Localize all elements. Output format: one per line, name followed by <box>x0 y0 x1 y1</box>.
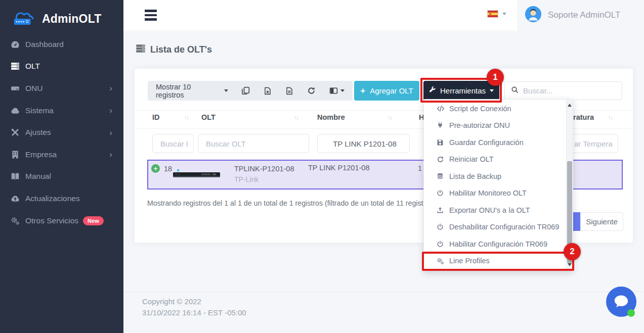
olt-device-image <box>172 168 223 182</box>
menu-item-guardar-configuracion[interactable]: Guardar Configuración <box>424 134 566 151</box>
plug-icon <box>437 121 445 129</box>
menu-item-habilitar-monitoreo-olt[interactable]: Habilitar Monitoreo OLT <box>424 185 566 202</box>
sidebar-item-label: Actualizaciones <box>25 194 80 203</box>
caret-down-icon <box>502 13 506 15</box>
chevron-right-icon: › <box>109 84 112 92</box>
language-selector[interactable] <box>487 10 506 18</box>
sidebar-item-onu[interactable]: ONU › <box>0 77 123 100</box>
add-olt-button[interactable]: + Agregar OLT <box>354 81 419 101</box>
filter-id-input[interactable] <box>152 134 194 153</box>
menu-item-exportar-onus-a-la-olt[interactable]: Exportar ONU's a la OLT <box>424 202 566 219</box>
building-icon <box>11 150 20 159</box>
sidebar-item-olt[interactable]: OLT <box>0 56 123 78</box>
menu-item-label: Deshabilitar Configuración TR069 <box>449 223 559 231</box>
column-label: ID <box>152 113 160 121</box>
new-badge: New <box>83 216 104 225</box>
sidebar-item-ajustes[interactable]: Ajustes › <box>0 121 123 144</box>
expand-row-icon[interactable] <box>151 164 160 173</box>
menu-item-deshabilitar-configuracion-tr069[interactable]: Deshabilitar Configuración TR069 <box>424 219 566 236</box>
footer-copyright: Copyright © 2022 <box>142 297 201 306</box>
column-label: Nombre <box>317 113 345 121</box>
sidebar-item-label: Dashboard <box>25 40 64 49</box>
caret-down-icon <box>490 89 494 92</box>
server-icon <box>11 62 20 71</box>
caret-down-icon <box>340 89 345 92</box>
power-icon <box>437 189 445 197</box>
sort-icon <box>388 114 392 120</box>
scroll-down-icon[interactable] <box>568 263 572 266</box>
sidebar-item-otros-servicios[interactable]: Otros Servicios New <box>0 210 123 232</box>
sidebar-item-sistema[interactable]: Sistema › <box>0 100 123 122</box>
sidebar-item-label: ONU <box>25 84 42 93</box>
sidebar-item-label: Empresa <box>25 150 57 159</box>
gears-icon <box>437 257 445 265</box>
column-header-nombre[interactable]: Nombre <box>317 113 392 121</box>
sort-icon <box>608 114 613 120</box>
filter-olt-input[interactable] <box>198 134 309 153</box>
tools-dropdown-menu: Script de Conexión Pre-autorizar ONU Gua… <box>423 99 573 271</box>
filter-nombre-input[interactable] <box>317 134 410 153</box>
excel-export-button[interactable] <box>264 87 272 95</box>
tools-dropdown-button[interactable]: Herramientas <box>423 81 499 101</box>
refresh-button[interactable] <box>307 86 316 95</box>
column-header-id[interactable]: ID <box>152 113 189 121</box>
menu-item-line-profiles[interactable]: Line Profiles <box>424 253 566 270</box>
sidebar-item-dashboard[interactable]: Dashboard <box>0 33 123 56</box>
menu-item-script-de-conexion[interactable]: Script de Conexión <box>424 100 566 117</box>
tools-icon <box>11 128 20 137</box>
code-icon <box>437 105 445 113</box>
column-header-temperatura[interactable]: ratura <box>573 113 613 121</box>
menu-item-label: Exportar ONU's a la OLT <box>449 206 530 214</box>
pagination-next-button[interactable]: Siguiente <box>580 212 623 231</box>
menu-item-label: Lista de Backup <box>449 172 501 180</box>
user-name: Soporte AdminOLT <box>548 10 620 20</box>
file-export-button[interactable] <box>285 87 293 95</box>
menu-item-label: Habilitar Configuración TR069 <box>449 240 547 248</box>
sort-icon <box>184 114 189 120</box>
save-icon <box>437 138 445 147</box>
caret-down-icon <box>224 89 228 92</box>
user-menu[interactable]: Soporte AdminOLT <box>517 0 644 30</box>
sidebar-nav: Dashboard OLT ONU › Sistema › Ajustes › <box>0 33 123 231</box>
device-icon <box>11 84 20 92</box>
page-title-text: Lista de OLT's <box>150 44 212 55</box>
column-visibility-button[interactable] <box>329 86 345 95</box>
spain-flag-icon <box>487 10 498 18</box>
annotation-badge-step1: 1 <box>487 69 504 86</box>
chevron-right-icon: › <box>109 106 112 115</box>
show-entries-select[interactable]: Mostrar 10 registros <box>156 83 228 99</box>
sidebar-item-label: Ajustes <box>25 128 51 137</box>
menu-item-pre-autorizar-onu[interactable]: Pre-autorizar ONU <box>424 117 566 134</box>
menu-item-label: Script de Conexión <box>449 105 511 113</box>
menu-item-habilitar-configuracion-tr069[interactable]: Habilitar Configuración TR069 <box>424 235 566 253</box>
footer-datetime: 31/10/2022 16:14 - EST -05:00 <box>142 308 246 317</box>
sort-icon <box>294 114 298 120</box>
brand-logo[interactable]: AdminOLT <box>0 0 123 31</box>
sidebar-item-empresa[interactable]: Empresa › <box>0 144 123 166</box>
sidebar-item-actualizaciones[interactable]: Actualizaciones <box>0 187 123 210</box>
search-input[interactable] <box>523 86 609 95</box>
server-icon <box>136 43 146 56</box>
scroll-up-icon[interactable] <box>568 104 572 107</box>
gears-icon <box>11 216 20 225</box>
plus-icon: + <box>360 86 365 95</box>
sidebar-item-manual[interactable]: Manual <box>0 166 123 188</box>
wrench-icon <box>429 86 436 95</box>
chevron-right-icon: › <box>109 150 112 159</box>
avatar <box>525 6 541 24</box>
menu-item-lista-de-backup[interactable]: Lista de Backup <box>424 168 566 185</box>
cell-olt-brand: TP-Link <box>234 175 259 183</box>
menu-item-reiniciar-olt[interactable]: Reiniciar OLT <box>424 151 566 168</box>
hamburger-menu-icon[interactable] <box>145 10 157 23</box>
cloud-icon <box>11 106 20 115</box>
chevron-right-icon: › <box>109 128 112 137</box>
column-label: OLT <box>201 113 216 121</box>
add-olt-label: Agregar OLT <box>370 86 413 95</box>
annotation-badge-step2: 2 <box>564 243 581 260</box>
menu-item-label: Habilitar Monitoreo OLT <box>449 189 527 197</box>
column-header-olt[interactable]: OLT <box>201 113 298 121</box>
online-status-dot <box>627 309 635 317</box>
sidebar-item-label: OLT <box>25 62 40 71</box>
copy-button[interactable] <box>241 86 250 95</box>
cloud-upload-icon <box>11 194 20 203</box>
